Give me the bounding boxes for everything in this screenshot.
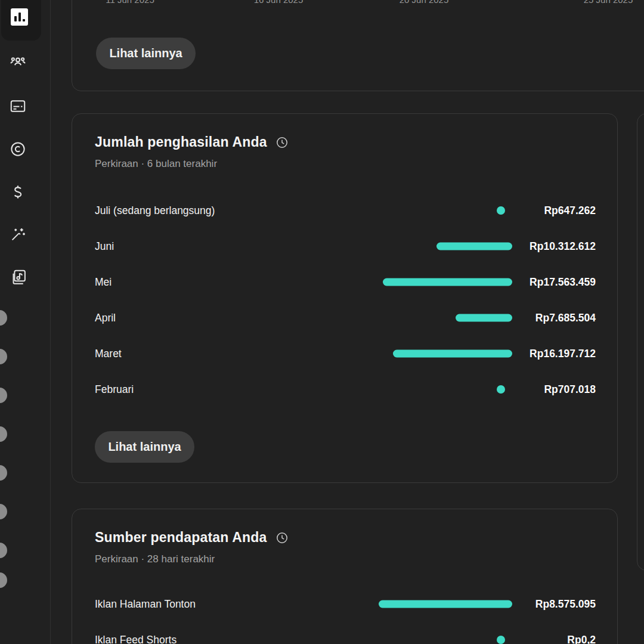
revenue-rows: Iklan Halaman TontonRp8.575.095Iklan Fee… (95, 586, 596, 644)
earnings-rows: Juli (sedang berlangsung)Rp647.262JuniRp… (95, 193, 596, 407)
subtitles-icon (9, 97, 27, 115)
revenue-card-subtitle: Perkiraan · 28 hari terakhir (95, 553, 215, 565)
sidebar-item-audio-library[interactable] (9, 268, 27, 286)
studio-sidebar (0, 0, 51, 644)
earnings-card-title: Jumlah penghasilan Anda (95, 134, 267, 150)
value-bar (379, 600, 512, 608)
value-bar (456, 314, 512, 322)
row-value: Rp17.563.459 (530, 276, 596, 289)
row-value: Rp647.262 (544, 205, 596, 217)
edge-avatar-circle (0, 388, 7, 403)
revenue-card-title: Sumber pendapatan Anda (95, 530, 267, 546)
sidebar-item-customization[interactable] (9, 225, 27, 243)
edge-avatar-circle (0, 504, 7, 519)
value-bar (436, 243, 512, 250)
x-axis-date-label: 11 Jun 2025 (106, 0, 154, 5)
copyright-icon (9, 140, 27, 158)
edge-avatar-circle (0, 572, 7, 588)
x-axis-date-label: 20 Jun 2025 (400, 0, 449, 5)
row-value: Rp7.685.504 (535, 312, 596, 324)
top-chart-card: Lihat lainnya (72, 0, 644, 91)
row-value: Rp0,2 (567, 634, 596, 644)
earnings-row: MeiRp17.563.459 (95, 264, 596, 300)
earnings-row: MaretRp16.197.712 (95, 336, 596, 371)
right-column-card (637, 113, 644, 571)
sidebar-item-copyright[interactable] (9, 140, 27, 158)
earnings-row: FebruariRp707.018 (95, 371, 596, 407)
row-label: Maret (95, 348, 122, 360)
earnings-row: AprilRp7.685.504 (95, 300, 596, 336)
edge-avatar-circle (0, 465, 7, 481)
row-label: Iklan Halaman Tonton (95, 598, 196, 611)
magic-wand-icon (9, 225, 27, 243)
row-label: April (95, 312, 116, 324)
value-dot (497, 206, 505, 215)
value-bar (393, 350, 512, 358)
row-label: Juli (sedang berlangsung) (95, 205, 215, 217)
sidebar-item-earn[interactable] (9, 183, 27, 201)
row-label: Juni (95, 240, 114, 253)
earnings-card: Jumlah penghasilan Anda Perkiraan · 6 bu… (72, 113, 618, 483)
row-label: Februari (95, 383, 134, 396)
see-more-button-earnings[interactable]: Lihat lainnya (95, 431, 194, 463)
row-value: Rp8.575.095 (535, 598, 596, 611)
earnings-row: Iklan Feed ShortsRp0,2 (95, 622, 596, 644)
clock-icon (275, 136, 289, 149)
value-dot (497, 385, 505, 394)
earnings-row: Iklan Halaman TontonRp8.575.095 (95, 586, 596, 622)
community-icon (9, 52, 27, 70)
edge-avatar-circle (0, 543, 7, 558)
earnings-card-subtitle: Perkiraan · 6 bulan terakhir (95, 158, 217, 170)
sidebar-item-community[interactable] (9, 52, 27, 70)
earnings-row: Juli (sedang berlangsung)Rp647.262 (95, 193, 596, 228)
dollar-icon (9, 183, 27, 201)
row-label: Iklan Feed Shorts (95, 634, 177, 644)
revenue-sources-card: Sumber pendapatan Anda Perkiraan · 28 ha… (72, 509, 618, 644)
row-label: Mei (95, 276, 112, 289)
sidebar-item-analytics[interactable] (1, 0, 41, 41)
sidebar-item-subtitles[interactable] (9, 97, 27, 115)
edge-avatar-circle (0, 310, 7, 326)
x-axis-date-label: 16 Jun 2025 (254, 0, 304, 5)
edge-avatar-circle (0, 349, 7, 364)
row-value: Rp10.312.612 (530, 240, 596, 253)
audio-library-icon (9, 268, 27, 286)
analytics-icon (10, 8, 28, 26)
value-bar (383, 278, 512, 286)
row-value: Rp707.018 (544, 383, 596, 396)
value-dot (497, 636, 505, 644)
x-axis-date-label: 25 Jun 2025 (584, 0, 633, 5)
earnings-row: JuniRp10.312.612 (95, 228, 596, 264)
edge-avatar-circle (0, 426, 7, 442)
see-more-button-top[interactable]: Lihat lainnya (96, 38, 196, 69)
clock-icon (275, 531, 289, 544)
row-value: Rp16.197.712 (530, 348, 596, 360)
